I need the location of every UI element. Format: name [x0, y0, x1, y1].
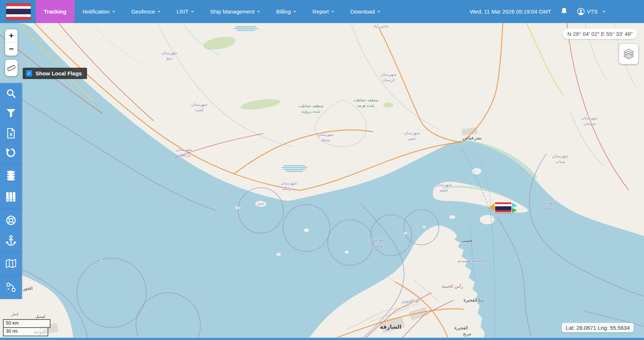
map-canvas[interactable]	[0, 23, 644, 338]
user-menu[interactable]: VTS	[577, 8, 605, 15]
network-nodes-icon	[6, 282, 16, 292]
network-nodes-button[interactable]	[0, 278, 22, 297]
map-button[interactable]	[0, 254, 22, 273]
zoom-control: + −	[5, 29, 18, 56]
main-menu: Tracking Notification Geofence LRIT Ship…	[36, 0, 388, 23]
zoom-in-button[interactable]: +	[5, 29, 18, 42]
scale-mi: 30 mi	[3, 328, 48, 336]
nav-label: Tracking	[44, 8, 67, 15]
anchor-icon	[5, 235, 16, 246]
map-tools-sidebar: X	[0, 83, 22, 299]
nav-label: Geofence	[131, 8, 155, 15]
chevron-down-icon	[158, 11, 161, 12]
nav-label: Download	[350, 8, 375, 15]
nav-label: Notification	[83, 8, 110, 15]
search-button[interactable]	[0, 84, 22, 103]
nav-item-lrit[interactable]: LRIT	[169, 0, 202, 23]
anchor-button[interactable]	[0, 231, 22, 250]
mouse-coordinates-display: N 28° 04' 02" E 55° 33' 48"	[563, 29, 638, 39]
zoom-out-button[interactable]: −	[5, 42, 18, 56]
nav-item-notification[interactable]: Notification	[75, 0, 123, 23]
filter-button[interactable]	[0, 104, 22, 123]
notifications-bell-icon[interactable]	[561, 7, 568, 16]
user-icon	[577, 8, 585, 15]
excel-file-icon: X	[6, 128, 16, 139]
life-ring-icon	[5, 215, 16, 226]
nav-label: Ship Management	[210, 8, 255, 15]
map-scale-control: 50 km 30 mi	[3, 319, 50, 336]
database-icon	[6, 170, 16, 181]
ruler-icon	[7, 64, 16, 72]
nav-item-billing[interactable]: Billing	[268, 0, 304, 23]
chevron-down-icon	[112, 11, 115, 12]
export-excel-button[interactable]: X	[0, 124, 22, 143]
chevron-down-icon	[293, 11, 296, 12]
top-navbar: Tracking Notification Geofence LRIT Ship…	[0, 0, 644, 23]
vessel-marker-thailand[interactable]	[489, 201, 517, 216]
thailand-flag-icon	[495, 202, 512, 213]
chevron-down-icon	[602, 11, 605, 12]
filter-icon	[6, 108, 16, 118]
undo-icon	[5, 147, 16, 158]
life-ring-button[interactable]	[0, 211, 22, 230]
database-button[interactable]	[0, 166, 22, 185]
nav-label: Billing	[276, 8, 291, 15]
cursor-latlng-display: Lat: 28.0671 Lng: 55.5634	[562, 323, 634, 332]
search-icon	[5, 88, 16, 99]
show-local-flags-toggle[interactable]: ✓ Show Local Flags	[23, 68, 87, 79]
show-local-flags-label: Show Local Flags	[35, 70, 82, 76]
nav-item-tracking[interactable]: Tracking	[36, 0, 75, 23]
datetime-display: Wed, 11 Mar 2026 05:19:04 GMT	[470, 8, 551, 15]
layers-icon	[622, 48, 635, 61]
nav-label: Report	[312, 8, 329, 15]
layer-switcher-button[interactable]	[619, 44, 638, 64]
chevron-down-icon	[257, 11, 260, 12]
map-icon	[5, 259, 16, 268]
measure-distance-button[interactable]	[5, 60, 18, 76]
nav-label: LRIT	[177, 8, 189, 15]
undo-refresh-button[interactable]	[0, 143, 22, 162]
nav-item-geofence[interactable]: Geofence	[123, 0, 169, 23]
binders-icon	[6, 191, 16, 202]
thailand-flag-icon	[6, 3, 31, 20]
archive-binders-button[interactable]	[0, 187, 22, 206]
brand-logo[interactable]	[0, 0, 36, 23]
nav-item-download[interactable]: Download	[342, 0, 388, 23]
chevron-down-icon	[331, 11, 334, 12]
scale-km: 50 km	[3, 319, 50, 328]
chevron-down-icon	[191, 11, 194, 12]
user-label: VTS	[587, 8, 598, 15]
map-tiles	[0, 23, 644, 338]
footer-bar	[0, 337, 644, 340]
nav-item-ship-management[interactable]: Ship Management	[202, 0, 268, 23]
chevron-down-icon	[377, 11, 380, 12]
svg-text:X: X	[10, 132, 13, 137]
nav-item-report[interactable]: Report	[304, 0, 342, 23]
show-local-flags-checkbox[interactable]: ✓	[26, 70, 32, 76]
